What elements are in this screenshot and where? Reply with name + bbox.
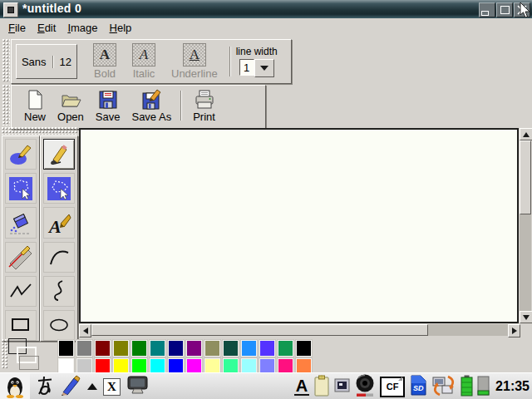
font-button[interactable]: Sans 12 [16, 44, 77, 79]
open-folder-icon [60, 89, 81, 111]
bold-button[interactable]: A Bold [93, 43, 116, 80]
horizontal-scroll-track[interactable] [428, 324, 508, 336]
arrow-up-icon [523, 132, 530, 137]
color-palette-handle[interactable] [2, 339, 7, 369]
arrow-left-icon [83, 328, 88, 334]
vertical-scroll-thumb[interactable] [520, 140, 531, 214]
arrow-right-icon [512, 328, 517, 334]
scroll-up-button[interactable] [520, 128, 532, 140]
palette-row-1 [58, 340, 314, 357]
color-swatch[interactable] [131, 340, 147, 357]
taskbar: X A [0, 372, 532, 399]
tool-pencil[interactable] [43, 139, 75, 170]
sd-card-icon: SD [409, 375, 427, 396]
menu-image[interactable]: Image [66, 20, 106, 36]
italic-icon: A [132, 43, 155, 66]
menu-help[interactable]: Help [108, 20, 140, 36]
tool-lasso-select[interactable] [5, 173, 37, 204]
clipboard-icon [313, 375, 330, 397]
pencil-icon [47, 142, 71, 167]
maximize-button[interactable] [496, 2, 513, 17]
horizontal-scrollbar[interactable] [79, 324, 520, 336]
drawing-canvas[interactable] [79, 128, 519, 323]
vertical-scrollbar[interactable] [520, 128, 531, 323]
tool-freehand-disabled[interactable] [43, 276, 75, 307]
horizontal-scroll-thumb[interactable] [91, 324, 428, 336]
tool-palette-handle[interactable] [2, 127, 77, 135]
screen-applet[interactable] [334, 378, 350, 395]
color-swatch[interactable] [223, 340, 239, 357]
tool-paintbrush[interactable] [5, 139, 37, 170]
cf-card-applet[interactable]: CF [380, 377, 405, 397]
line-width-input[interactable]: 1 [239, 59, 254, 76]
window-menu-button[interactable] [3, 2, 18, 17]
tool-polyline[interactable] [5, 276, 37, 307]
scroll-left-button[interactable] [79, 324, 91, 337]
tool-fill[interactable] [5, 207, 37, 238]
print-label: Print [193, 111, 215, 123]
save-as-button[interactable]: Save As [126, 88, 177, 124]
color-swatch[interactable] [296, 340, 312, 357]
sd-card-applet[interactable]: SD [409, 375, 427, 398]
format-indicator[interactable]: A [294, 377, 309, 396]
color-swatch[interactable] [113, 340, 129, 357]
color-swatch[interactable] [186, 340, 202, 357]
toolbar-separator [180, 91, 182, 121]
underline-button[interactable]: A Underline [171, 43, 218, 80]
tool-polygon-select[interactable] [43, 173, 75, 204]
battery-main-indicator[interactable] [461, 375, 473, 399]
bold-label: Bold [94, 67, 116, 80]
input-method-indicator[interactable] [36, 376, 54, 398]
color-swatch[interactable] [241, 340, 257, 357]
sync-applet[interactable] [431, 375, 456, 399]
scroll-right-button[interactable] [508, 324, 520, 337]
clipboard-applet[interactable] [313, 375, 330, 399]
color-swatch[interactable] [76, 340, 92, 357]
color-swatch[interactable] [168, 340, 184, 357]
tool-curve[interactable] [43, 242, 75, 273]
vertical-scroll-track[interactable] [520, 214, 531, 311]
color-swatch[interactable] [58, 340, 74, 357]
tool-rectangle[interactable] [5, 310, 37, 341]
titlebar[interactable]: *untitled 0 [0, 0, 532, 18]
color-swatch[interactable] [204, 340, 220, 357]
svg-text:A: A [47, 216, 62, 235]
tool-text[interactable]: A [43, 207, 75, 238]
fill-bucket-icon [8, 210, 33, 235]
file-toolbar-handle[interactable] [2, 85, 10, 126]
italic-button[interactable]: A Italic [132, 43, 155, 80]
color-swatch[interactable] [278, 340, 293, 357]
tool-palette-right: A [40, 135, 78, 342]
terminal-button[interactable] [126, 376, 149, 397]
new-button[interactable]: New [18, 88, 52, 124]
scroll-down-button[interactable] [520, 311, 532, 323]
menu-file[interactable]: File [7, 20, 34, 36]
launcher-menu-button[interactable] [0, 373, 30, 399]
tool-palette-left [2, 135, 40, 342]
background-color-indicator [19, 356, 39, 370]
open-button[interactable]: Open [52, 88, 90, 124]
collapse-taskbar-arrow[interactable] [87, 383, 97, 390]
color-swatch[interactable] [150, 340, 165, 357]
speaker-icon [354, 374, 376, 397]
x-server-indicator[interactable]: X [103, 378, 121, 396]
tool-ellipse[interactable] [43, 310, 75, 341]
line-width-label: line width [236, 46, 278, 57]
font-name: Sans [18, 56, 53, 68]
format-toolbar-handle[interactable] [2, 39, 10, 82]
volume-applet[interactable] [354, 374, 376, 399]
print-button[interactable]: Print [187, 88, 221, 124]
battery-backup-indicator[interactable] [477, 376, 490, 398]
color-swatch[interactable] [259, 340, 275, 357]
color-swatch[interactable] [95, 340, 111, 357]
new-label: New [24, 111, 46, 123]
freehand-squiggle-icon [47, 278, 71, 303]
menu-edit[interactable]: Edit [36, 20, 64, 36]
line-width-dropdown-button[interactable] [254, 59, 274, 77]
tool-straight-line[interactable] [5, 242, 37, 273]
ellipse-icon [47, 313, 71, 337]
pen-input-button[interactable] [60, 375, 81, 399]
battery-low-icon [477, 376, 490, 396]
save-button[interactable]: Save [90, 88, 126, 124]
minimize-button[interactable] [479, 2, 495, 17]
